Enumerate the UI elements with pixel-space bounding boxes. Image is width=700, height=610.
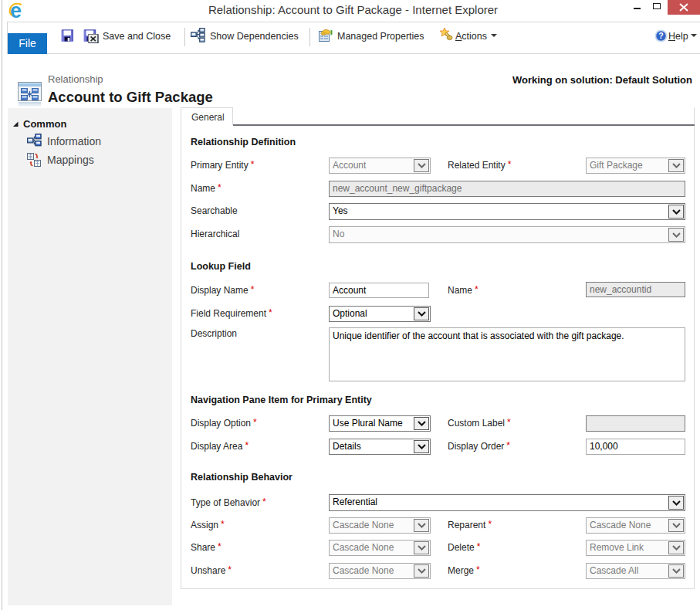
- svg-text:?: ?: [658, 31, 663, 40]
